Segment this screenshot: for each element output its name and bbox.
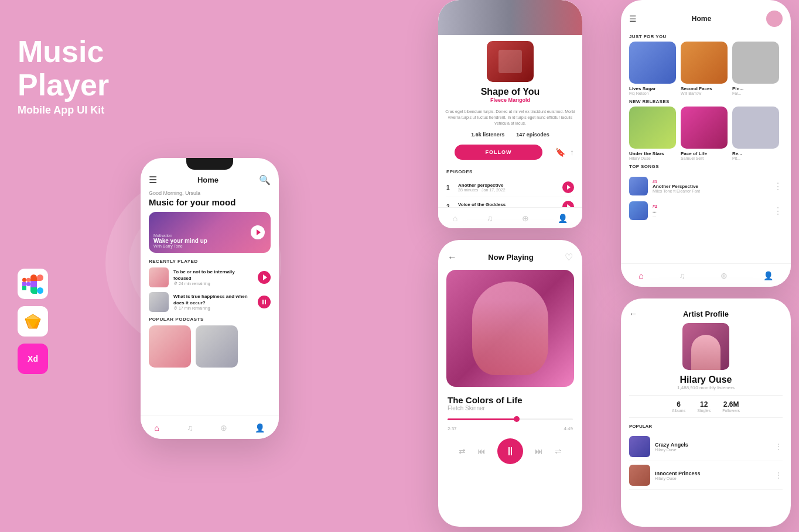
music-card[interactable]: Under the Stars Hilary Ouse — [629, 107, 676, 160]
profile-nav[interactable]: 👤 — [558, 214, 568, 223]
artist-stats: 6 Albums 12 Singles 2.6M Followers — [629, 395, 783, 418]
profile-nav-icon[interactable]: 👤 — [255, 423, 265, 433]
followers-value: 2.6M — [722, 400, 740, 409]
more-icon[interactable]: ⋮ — [773, 205, 783, 217]
just-for-you-label: JUST FOR YOU — [621, 30, 791, 42]
episodes-label: EPISODES — [446, 169, 574, 174]
track-item[interactable]: To be or not to be internally focused ⏱ … — [149, 267, 271, 287]
xd-icon[interactable]: Xd — [18, 344, 48, 374]
card-name: Pace of Life — [681, 151, 728, 156]
playback-controls: ⇄ ⏮ ⏭ ⇌ — [438, 433, 582, 470]
popular-title: POPULAR — [629, 424, 783, 429]
podcast-header: Shape of You Fleece Marigold — [438, 35, 582, 107]
song-artist: Hilary Ouse — [655, 476, 770, 480]
track-thumbnail — [149, 292, 169, 312]
banner-play-button[interactable] — [251, 225, 265, 239]
music-card[interactable]: Pin... Fal... — [732, 42, 779, 95]
sketch-icon[interactable] — [18, 306, 48, 337]
popular-section: POPULAR Crazy Angels Hilary Ouse ⋮ Innoc… — [621, 421, 791, 492]
popular-song-item[interactable]: Crazy Angels Hilary Ouse ⋮ — [629, 433, 783, 461]
play-icon — [263, 274, 267, 280]
home-nav-icon[interactable]: ⌂ — [155, 423, 159, 433]
repeat-button[interactable]: ⇌ — [555, 447, 562, 456]
track-time: ⏱ 17 min remaining — [173, 306, 253, 310]
music-card[interactable]: Second Faces Will Barrow — [681, 42, 728, 95]
podcast-thumbnail[interactable] — [149, 325, 191, 368]
search-nav[interactable]: ⊕ — [721, 271, 728, 280]
figma-icon[interactable] — [18, 269, 48, 299]
phone-notch — [186, 158, 233, 170]
albums-label: Albums — [672, 409, 685, 413]
podcast-stats: 1.6k listeners 147 episodes — [438, 128, 582, 141]
home-nav[interactable]: ⌂ — [638, 271, 643, 280]
podcast-subtitle: Fleece Marigold — [446, 97, 574, 103]
home-nav[interactable]: ⌂ — [453, 214, 457, 223]
top-song-item[interactable]: #1 Another Perspective Miles Tone ft Ele… — [629, 174, 783, 198]
home-title: Home — [197, 176, 218, 184]
pause-icon — [262, 300, 266, 304]
pause-main-button[interactable] — [497, 438, 523, 464]
follow-button[interactable]: FOLLOW — [455, 145, 542, 160]
back-icon[interactable]: ← — [629, 309, 637, 318]
albums-value: 6 — [672, 400, 685, 409]
progress-bar[interactable] — [448, 418, 573, 420]
more-icon[interactable]: ⋮ — [774, 442, 783, 451]
bookmark-icon[interactable]: 🔖 — [555, 147, 565, 157]
playlist-nav[interactable]: ♫ — [679, 271, 685, 280]
song-rank: #2 — [653, 204, 769, 208]
monthly-listeners: 1,488,910 monthly listeners — [621, 385, 791, 390]
hamburger-icon[interactable]: ☰ — [629, 14, 637, 23]
song-artist: Hilary Ouse — [655, 448, 770, 452]
back-icon[interactable]: ← — [448, 252, 457, 263]
music-card[interactable]: Re... Pit... — [732, 107, 779, 160]
shuffle-button[interactable]: ⇄ — [459, 447, 466, 456]
top-song-item[interactable]: #2 ... ... ⋮ — [629, 198, 783, 223]
search-icon[interactable]: 🔍 — [259, 174, 271, 186]
song-name: Innocent Princess — [655, 471, 770, 476]
episode-item[interactable]: 1 Another perspective 28 minutes · Jan 1… — [446, 178, 574, 197]
card-thumbnail — [629, 42, 676, 84]
pause-icon — [508, 447, 512, 455]
listeners-stat: 1.6k listeners — [471, 132, 504, 138]
podcast-thumbnail[interactable] — [196, 325, 238, 368]
top-songs-label: TOP SONGS — [621, 160, 791, 171]
popular-song-item[interactable]: Innocent Princess Hilary Ouse ⋮ — [629, 461, 783, 490]
phone-now-playing: ← Now Playing ♡ The Colors of Life Fletc… — [438, 240, 582, 527]
track-play-button[interactable] — [258, 271, 271, 284]
recently-played-label: RECENTLY PLAYED — [149, 259, 271, 264]
artist-cover-image — [682, 323, 729, 370]
search-nav-icon[interactable]: ⊕ — [220, 423, 227, 433]
profile-nav[interactable]: 👤 — [763, 271, 773, 280]
heart-icon[interactable]: ♡ — [565, 252, 573, 263]
music-card[interactable]: Pace of Life Samuel Selit — [681, 107, 728, 160]
search-nav[interactable]: ⊕ — [522, 214, 529, 223]
avatar[interactable] — [766, 11, 783, 27]
banner-card[interactable]: Motivation Wake your mind up With Barry … — [149, 212, 271, 253]
app-subtitle: Mobile App UI Kit — [18, 104, 129, 116]
albums-stat: 6 Albums — [672, 400, 685, 413]
popular-podcasts-label: POPULAR PODCASTS — [149, 317, 271, 322]
ep-play-button[interactable] — [562, 181, 574, 193]
card-name: Re... — [732, 151, 779, 156]
singles-value: 12 — [697, 400, 711, 409]
next-button[interactable]: ⏭ — [535, 447, 543, 456]
more-icon[interactable]: ⋮ — [773, 181, 783, 192]
banner-artist: With Barry Tone — [153, 244, 207, 248]
share-icon[interactable]: ↑ — [570, 147, 574, 157]
hamburger-icon[interactable]: ☰ — [149, 174, 157, 186]
card-artist: Fal... — [732, 91, 779, 95]
ep-info: Another perspective 28 minutes · Jan 17,… — [458, 183, 558, 192]
music-card[interactable]: Lives Sugar Fig Nelson — [629, 42, 676, 95]
more-icon[interactable]: ⋮ — [774, 471, 783, 480]
prev-button[interactable]: ⏮ — [477, 447, 486, 456]
playlist-nav-icon[interactable]: ♫ — [187, 423, 193, 433]
play-icon — [567, 185, 571, 190]
track-item[interactable]: What is true happiness and when does it … — [149, 292, 271, 312]
song-thumbnail — [629, 201, 648, 220]
playlist-nav[interactable]: ♫ — [487, 214, 493, 223]
phone-artist-profile: ← Artist Profile Hilary Ouse 1,488,910 m… — [621, 298, 791, 527]
app-title: Music Player — [18, 35, 129, 102]
singles-label: Singles — [697, 409, 711, 413]
track-pause-button[interactable] — [258, 296, 271, 308]
svg-point-4 — [26, 282, 30, 286]
